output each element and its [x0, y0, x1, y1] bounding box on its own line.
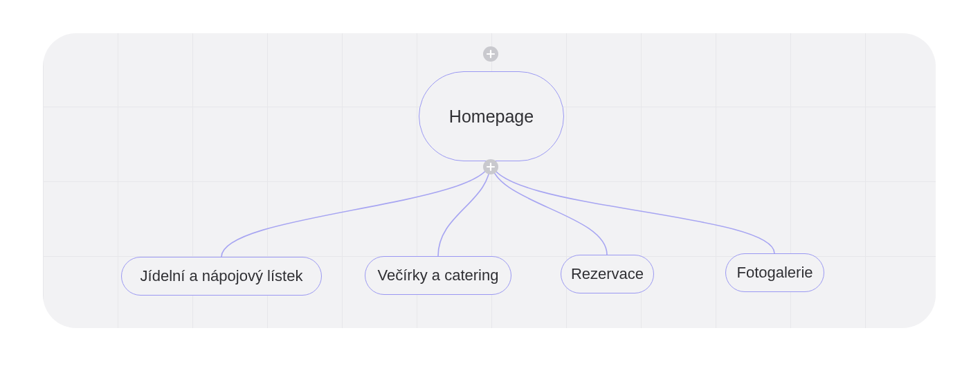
node-parties-catering[interactable]: Večírky a catering	[365, 256, 511, 295]
node-parties-catering-label: Večírky a catering	[378, 268, 499, 283]
node-menu-drinks-label: Jídelní a nápojový lístek	[140, 269, 303, 284]
node-photogallery-label: Fotogalerie	[736, 265, 813, 280]
node-reservations-label: Rezervace	[571, 266, 644, 282]
add-node-below-button[interactable]	[483, 159, 498, 174]
add-node-above-button[interactable]	[483, 46, 498, 62]
sitemap-canvas[interactable]: Homepage Jídelní a nápojový lístek Večír…	[43, 33, 936, 328]
node-photogallery[interactable]: Fotogalerie	[725, 253, 824, 292]
plus-icon	[486, 49, 496, 59]
node-homepage[interactable]: Homepage	[419, 71, 564, 161]
node-menu-drinks[interactable]: Jídelní a nápojový lístek	[121, 257, 322, 296]
node-reservations[interactable]: Rezervace	[561, 255, 654, 293]
plus-icon	[486, 162, 496, 172]
node-homepage-label: Homepage	[449, 108, 534, 125]
